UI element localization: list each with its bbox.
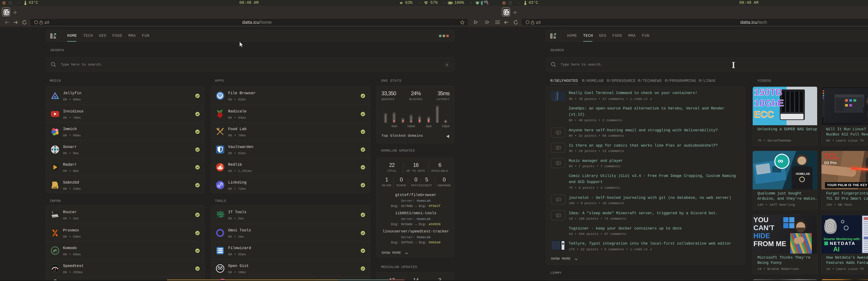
svg-text:sab: sab — [53, 186, 57, 189]
